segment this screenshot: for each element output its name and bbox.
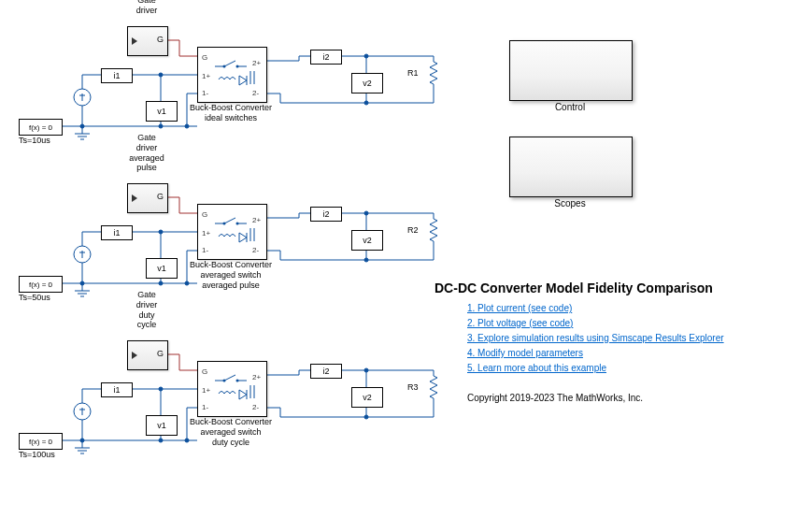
converter-label: Buck-Boost Converter averaged switch dut… bbox=[190, 417, 272, 447]
solver-ts-label: Ts=100us bbox=[19, 450, 55, 460]
v2-block[interactable]: v2 bbox=[351, 73, 383, 94]
solver-block[interactable]: f(x) = 0 bbox=[19, 119, 63, 136]
converter-block[interactable]: G1+1-2+2- bbox=[197, 361, 267, 417]
solver-ts-label: Ts=50us bbox=[19, 293, 50, 303]
v2-block[interactable]: v2 bbox=[351, 230, 383, 251]
solver-block[interactable]: f(x) = 0 bbox=[19, 433, 63, 450]
svg-point-22 bbox=[159, 73, 163, 77]
gate-driver-block[interactable]: G bbox=[127, 340, 168, 370]
resistor-label: R2 bbox=[407, 225, 419, 236]
i2-block[interactable]: i2 bbox=[310, 207, 342, 222]
solver-block[interactable]: f(x) = 0 bbox=[19, 276, 63, 293]
arrow-icon bbox=[132, 194, 137, 202]
arrow-icon bbox=[132, 352, 137, 359]
link-explore-results[interactable]: 3. Explore simulation results using Sims… bbox=[467, 333, 724, 343]
converter-block[interactable]: G1+1-2+2- bbox=[197, 204, 267, 260]
converter-symbol-icon bbox=[198, 48, 266, 102]
gate-driver-inner-label: G bbox=[157, 192, 164, 201]
i1-block[interactable]: i1 bbox=[101, 68, 133, 83]
v2-block[interactable]: v2 bbox=[351, 387, 383, 408]
converter-block[interactable]: G1+1-2+2- bbox=[197, 47, 267, 103]
control-panel[interactable] bbox=[509, 40, 633, 101]
svg-point-66 bbox=[364, 258, 368, 262]
resistor-label: R1 bbox=[407, 68, 419, 79]
gate-driver-block[interactable]: G bbox=[127, 183, 168, 213]
arrow-icon bbox=[132, 37, 137, 45]
converter-label: Buck-Boost Converter ideal switches bbox=[190, 103, 272, 123]
svg-point-40 bbox=[364, 101, 368, 105]
svg-point-92 bbox=[364, 415, 368, 419]
gate-driver-inner-label: G bbox=[157, 349, 164, 358]
copyright-text: Copyright 2019-2023 The MathWorks, Inc. bbox=[467, 393, 643, 403]
svg-point-26 bbox=[185, 124, 189, 128]
v1-block[interactable]: v1 bbox=[146, 101, 178, 122]
link-plot-current[interactable]: 1. Plot current (see code) bbox=[467, 303, 572, 313]
control-panel-label: Control bbox=[555, 102, 585, 112]
gate-driver-label: Gate driver duty cycle bbox=[136, 290, 158, 330]
v1-block[interactable]: v1 bbox=[146, 415, 178, 436]
svg-point-23 bbox=[159, 124, 163, 128]
link-plot-voltage[interactable]: 2. Plot voltage (see code) bbox=[467, 318, 573, 328]
link-learn-more[interactable]: 5. Learn more about this example bbox=[467, 363, 606, 373]
svg-point-74 bbox=[159, 387, 163, 391]
i1-block[interactable]: i1 bbox=[101, 225, 133, 240]
svg-point-49 bbox=[159, 281, 163, 285]
svg-point-48 bbox=[159, 230, 163, 234]
info-links: 1. Plot current (see code) 2. Plot volta… bbox=[467, 301, 724, 376]
gate-driver-inner-label: G bbox=[157, 35, 164, 44]
gate-driver-label: Gate driver averaged pulse bbox=[129, 133, 164, 173]
diagram-title: DC-DC Converter Model Fidelity Compariso… bbox=[434, 281, 713, 295]
gate-driver-label: Gate driver bbox=[136, 0, 158, 16]
v1-block[interactable]: v1 bbox=[146, 258, 178, 279]
scopes-panel-label: Scopes bbox=[554, 198, 585, 209]
link-modify-params[interactable]: 4. Modify model parameters bbox=[467, 348, 583, 358]
svg-point-52 bbox=[185, 281, 189, 285]
converter-label: Buck-Boost Converter averaged switch ave… bbox=[190, 260, 272, 290]
resistor-label: R3 bbox=[407, 382, 419, 393]
solver-ts-label: Ts=10us bbox=[19, 136, 50, 146]
i2-block[interactable]: i2 bbox=[310, 50, 342, 65]
svg-point-75 bbox=[159, 439, 163, 442]
i2-block[interactable]: i2 bbox=[310, 364, 342, 379]
i1-block[interactable]: i1 bbox=[101, 382, 133, 397]
scopes-panel[interactable] bbox=[509, 137, 633, 197]
converter-symbol-icon bbox=[198, 362, 266, 416]
gate-driver-block[interactable]: G bbox=[127, 26, 168, 56]
svg-point-78 bbox=[185, 439, 189, 442]
converter-symbol-icon bbox=[198, 205, 266, 259]
